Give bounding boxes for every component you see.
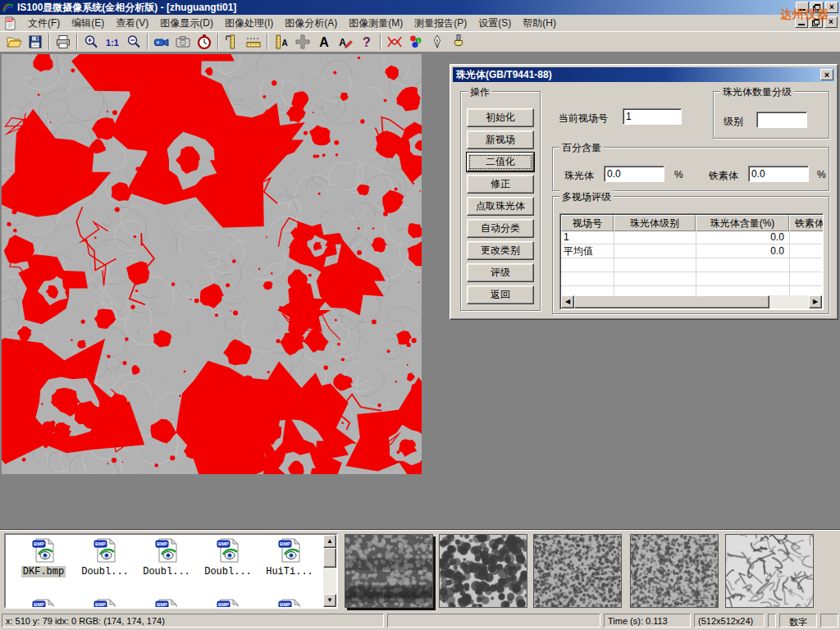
thumbnail-4[interactable] [630, 534, 719, 608]
binarize-button[interactable]: 二值化 [467, 153, 534, 171]
level-label: 级别 [724, 115, 743, 129]
menu-help[interactable]: 帮助(H) [517, 15, 562, 32]
file-item[interactable]: BMP Doubl... [137, 538, 196, 578]
menu-settings[interactable]: 设置(S) [472, 15, 517, 32]
bmp-file-icon: BMP [277, 599, 302, 609]
dialog-title-bar[interactable]: 珠光体(GB/T9441-88) × [453, 67, 835, 82]
menu-file[interactable]: 文件(F) [22, 15, 66, 32]
pearlite-percent-input[interactable] [604, 166, 664, 182]
help-button[interactable]: ? [356, 33, 377, 51]
count-balls-icon: 3 [408, 34, 424, 50]
print-button[interactable] [52, 33, 74, 51]
rate-button[interactable]: 评级 [467, 263, 534, 282]
file-item[interactable]: BMP DKF.bmp [14, 538, 73, 578]
dialog-close-button[interactable]: × [820, 69, 833, 80]
scroll-thumb[interactable] [574, 295, 769, 308]
menu-edit[interactable]: 编辑(E) [66, 15, 110, 32]
file-item[interactable]: BMP [199, 599, 258, 609]
grid-tool-button[interactable] [292, 33, 313, 51]
timer-icon [196, 34, 212, 50]
curve-tool-button[interactable] [384, 33, 405, 51]
svg-text:BMP: BMP [280, 541, 290, 546]
caliper-measure-button[interactable] [221, 33, 243, 51]
scroll-left-button[interactable]: ◀ [561, 295, 574, 308]
snapshot-button[interactable] [172, 33, 194, 51]
thumbnail-2[interactable] [439, 534, 527, 608]
thumbnail-5[interactable] [725, 534, 814, 608]
title-bar: IS100显微摄像系统(金相分析版) - [zhuguangti01] × [0, 0, 840, 15]
correct-button[interactable]: 修正 [467, 175, 534, 194]
level-input[interactable] [756, 112, 807, 128]
thumbnail-3[interactable] [533, 534, 622, 608]
svg-text:BMP: BMP [218, 602, 229, 607]
operation-group-label: 操作 [468, 85, 492, 99]
document-icon[interactable]: DOC [3, 16, 17, 30]
micrograph-image[interactable] [2, 54, 422, 474]
scroll-thumb[interactable] [323, 548, 336, 568]
scroll-right-button[interactable]: ▶ [809, 295, 822, 308]
percent-group: 百分含量 珠光体 % 铁素体 % [552, 147, 829, 191]
init-button[interactable]: 初始化 [467, 108, 534, 127]
file-item[interactable]: BMP [14, 599, 73, 609]
file-item[interactable]: BMP [75, 599, 135, 609]
file-item[interactable]: BMP [260, 599, 319, 609]
file-vscrollbar[interactable]: ▲ ▼ [323, 535, 336, 607]
scroll-down-button[interactable]: ▼ [323, 594, 336, 607]
rating-group-label: 多视场评级 [559, 190, 614, 204]
table-hscrollbar[interactable]: ◀ ▶ [561, 295, 822, 308]
auto-classify-button[interactable]: 自动分类 [467, 219, 534, 238]
col-pearlite-pct: 珠光体含量(%) [696, 215, 789, 231]
return-button[interactable]: 返回 [467, 285, 534, 304]
file-item[interactable]: BMP [137, 599, 196, 609]
save-button[interactable] [25, 33, 46, 51]
particle-count-button[interactable]: 3 [405, 33, 427, 51]
table-row[interactable] [561, 287, 822, 295]
ruler-measure-button[interactable] [243, 33, 264, 51]
table-row[interactable]: 1 0.0 [561, 231, 822, 244]
actual-size-button[interactable]: 1:1 [102, 33, 123, 51]
menu-image-measure[interactable]: 图像测量(M) [343, 15, 409, 32]
text-tool-button[interactable]: A [313, 33, 335, 51]
new-field-button[interactable]: 新视场 [467, 130, 534, 149]
status-bar: x: 510 y: 79 idx: 0 RGB: (174, 174, 174)… [0, 611, 840, 630]
rating-table[interactable]: 视场号 珠光体级别 珠光体含量(%) 铁素体含量(%) 1 0.0 平均值 [559, 213, 824, 310]
bmp-file-icon: BMP [216, 538, 240, 563]
svg-text:DOC: DOC [7, 19, 13, 22]
menu-view[interactable]: 查看(V) [110, 15, 154, 32]
brush-icon [450, 34, 467, 50]
current-field-input[interactable] [623, 108, 682, 125]
scroll-up-button[interactable]: ▲ [323, 535, 336, 548]
change-class-button[interactable]: 更改类别 [467, 241, 534, 260]
table-row[interactable]: 平均值 0.0 [561, 245, 822, 258]
table-row[interactable] [561, 273, 822, 286]
zoom-in-button[interactable] [80, 33, 102, 51]
file-name: HuiTi... [264, 566, 315, 578]
bmp-file-icon: BMP [277, 538, 302, 563]
annotate-tool-button[interactable]: A [335, 33, 356, 51]
pen-nib-icon [429, 34, 445, 50]
svg-text:3: 3 [418, 39, 420, 43]
open-button[interactable] [3, 33, 25, 51]
zoom-out-icon [126, 34, 142, 50]
scale-calibrate-button[interactable]: A [271, 33, 292, 51]
bmp-file-icon: BMP [216, 599, 240, 609]
pen-tool-button[interactable] [427, 33, 448, 51]
menu-image-display[interactable]: 图像显示(D) [154, 15, 219, 32]
toolbar-separator [76, 34, 78, 50]
table-row[interactable] [561, 259, 822, 272]
thumbnail-1[interactable] [345, 534, 433, 608]
pick-pearlite-button[interactable]: 点取珠光体 [467, 197, 534, 216]
camera-icon [175, 34, 191, 50]
brush-tool-button[interactable] [448, 33, 469, 51]
file-browser[interactable]: BMP DKF.bmp BMP Doubl... BMP Doubl... BM… [4, 533, 338, 609]
menu-measure-report[interactable]: 测量报告(P) [409, 15, 472, 32]
timer-button[interactable] [194, 33, 215, 51]
ferrite-percent-input[interactable] [748, 166, 809, 182]
menu-image-processing[interactable]: 图像处理(I) [219, 15, 279, 32]
video-capture-button[interactable] [151, 33, 172, 51]
file-item[interactable]: BMP Doubl... [199, 538, 258, 578]
file-item[interactable]: BMP Doubl... [75, 538, 135, 578]
zoom-out-button[interactable] [123, 33, 144, 51]
menu-image-analysis[interactable]: 图像分析(A) [279, 15, 343, 32]
file-item[interactable]: BMP HuiTi... [260, 538, 319, 578]
